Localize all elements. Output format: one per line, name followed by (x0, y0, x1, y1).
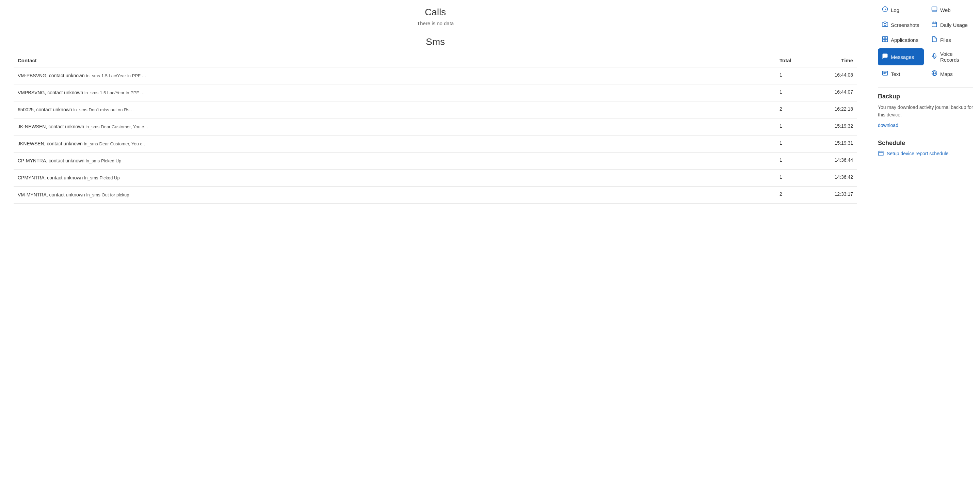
svg-rect-9 (885, 37, 888, 39)
calls-section: Calls There is no data (14, 7, 857, 26)
contact-type: in_sms (86, 73, 100, 78)
contact-name: VMPBSVNG, contact unknown (18, 90, 83, 95)
table-row[interactable]: CP-MYNTRA, contact unknown in_sms Picked… (14, 153, 857, 169)
contact-preview: Dear Customer, You c… (101, 124, 148, 129)
sidebar-item-daily-usage[interactable]: Daily Usage (927, 18, 973, 31)
sidebar-item-label-log: Log (891, 7, 899, 13)
contact-cell: VMPBSVNG, contact unknown in_sms 1.5 Lac… (14, 84, 775, 102)
sidebar-item-screenshots[interactable]: Screenshots (878, 18, 924, 31)
web-icon (931, 6, 937, 14)
table-row[interactable]: VM-PBSVNG, contact unknown in_sms 1.5 La… (14, 67, 857, 84)
total-cell: 1 (775, 118, 816, 135)
sidebar-nav: LogWebScreenshotsDaily UsageApplications… (878, 3, 973, 80)
contact-preview: Dear Customer, You c… (99, 141, 147, 147)
contact-cell: CPMYNTRA, contact unknown in_sms Picked … (14, 169, 775, 186)
svg-rect-11 (885, 40, 888, 42)
contact-name: JK-NEWSEN, contact unknown (18, 124, 84, 129)
sms-table: Contact Total Time VM-PBSVNG, contact un… (14, 54, 857, 204)
svg-rect-1 (932, 7, 937, 11)
contact-cell: CP-MYNTRA, contact unknown in_sms Picked… (14, 153, 775, 169)
contact-preview: 1.5 Lac/Year in PPF … (102, 73, 146, 78)
applications-icon (882, 36, 888, 44)
table-row[interactable]: JK-NEWSEN, contact unknown in_sms Dear C… (14, 118, 857, 135)
contact-type: in_sms (84, 141, 98, 147)
sidebar-item-files[interactable]: Files (927, 33, 973, 46)
contact-type: in_sms (84, 90, 99, 95)
backup-title: Backup (878, 93, 973, 100)
time-cell: 16:22:18 (816, 102, 857, 118)
files-icon (931, 36, 937, 44)
table-row[interactable]: 650025, contact unknown in_sms Don't mis… (14, 102, 857, 118)
col-header-time: Time (816, 54, 857, 67)
table-row[interactable]: VM-MYNTRA, contact unknown in_sms Out fo… (14, 186, 857, 204)
sms-section: Sms Contact Total Time VM-PBSVNG, contac… (14, 37, 857, 204)
contact-type: in_sms (86, 192, 100, 197)
backup-description: You may download activity journal backup… (878, 104, 973, 119)
time-cell: 16:44:08 (816, 67, 857, 84)
svg-rect-4 (932, 22, 937, 27)
contact-preview: Picked Up (99, 175, 119, 180)
col-header-contact: Contact (14, 54, 775, 67)
sidebar-item-label-maps: Maps (940, 71, 953, 77)
total-cell: 1 (775, 135, 816, 153)
time-cell: 16:44:07 (816, 84, 857, 102)
time-cell: 14:36:44 (816, 153, 857, 169)
daily-usage-icon (931, 21, 937, 29)
schedule-link[interactable]: Setup device report schedule. (878, 150, 973, 157)
sidebar-item-label-screenshots: Screenshots (891, 22, 919, 28)
download-link[interactable]: download (878, 123, 898, 128)
svg-rect-19 (878, 151, 883, 156)
contact-preview: Don't miss out on Rs… (89, 107, 134, 112)
table-row[interactable]: CPMYNTRA, contact unknown in_sms Picked … (14, 169, 857, 186)
time-cell: 12:33:17 (816, 186, 857, 204)
total-cell: 2 (775, 102, 816, 118)
schedule-section: Schedule Setup device report schedule. (878, 140, 973, 157)
sidebar: LogWebScreenshotsDaily UsageApplications… (871, 0, 980, 481)
sidebar-item-text[interactable]: Text (878, 67, 924, 80)
total-cell: 1 (775, 169, 816, 186)
sidebar-item-applications[interactable]: Applications (878, 33, 924, 46)
svg-rect-10 (883, 40, 885, 42)
sidebar-item-label-text: Text (891, 71, 900, 77)
sidebar-item-maps[interactable]: Maps (927, 67, 973, 80)
sidebar-item-log[interactable]: Log (878, 3, 924, 16)
time-cell: 15:19:32 (816, 118, 857, 135)
maps-icon (931, 70, 937, 78)
log-icon (882, 6, 888, 14)
calls-no-data: There is no data (14, 21, 857, 26)
schedule-title: Schedule (878, 140, 973, 147)
sidebar-item-messages[interactable]: Messages (878, 48, 924, 65)
sidebar-item-label-voice-records: Voice Records (940, 51, 959, 63)
table-row[interactable]: JKNEWSEN, contact unknown in_sms Dear Cu… (14, 135, 857, 153)
contact-cell: JKNEWSEN, contact unknown in_sms Dear Cu… (14, 135, 775, 153)
contact-preview: Out for pickup (102, 192, 129, 197)
contact-name: CPMYNTRA, contact unknown (18, 175, 83, 180)
sidebar-item-label-web: Web (940, 7, 951, 13)
total-cell: 1 (775, 153, 816, 169)
total-cell: 1 (775, 84, 816, 102)
sidebar-item-label-daily-usage: Daily Usage (940, 22, 968, 28)
col-header-total: Total (775, 54, 816, 67)
main-content: Calls There is no data Sms Contact Total… (0, 0, 871, 481)
sidebar-item-voice-records[interactable]: Voice Records (927, 48, 973, 65)
sms-title: Sms (14, 37, 857, 47)
svg-point-3 (884, 24, 886, 25)
contact-preview: Picked Up (101, 158, 121, 163)
total-cell: 1 (775, 67, 816, 84)
sidebar-item-web[interactable]: Web (927, 3, 973, 16)
sidebar-item-label-messages: Messages (891, 54, 914, 60)
contact-name: VM-MYNTRA, contact unknown (18, 192, 85, 197)
schedule-link-text: Setup device report schedule. (887, 151, 950, 156)
contact-cell: VM-MYNTRA, contact unknown in_sms Out fo… (14, 186, 775, 204)
time-cell: 14:36:42 (816, 169, 857, 186)
messages-icon (882, 53, 888, 61)
backup-section: Backup You may download activity journal… (878, 93, 973, 128)
contact-cell: JK-NEWSEN, contact unknown in_sms Dear C… (14, 118, 775, 135)
contact-type: in_sms (86, 124, 99, 129)
table-row[interactable]: VMPBSVNG, contact unknown in_sms 1.5 Lac… (14, 84, 857, 102)
contact-name: CP-MYNTRA, contact unknown (18, 158, 84, 163)
contact-type: in_sms (73, 107, 87, 112)
calls-title: Calls (14, 7, 857, 18)
voice-records-icon (931, 53, 937, 61)
contact-name: JKNEWSEN, contact unknown (18, 141, 83, 147)
